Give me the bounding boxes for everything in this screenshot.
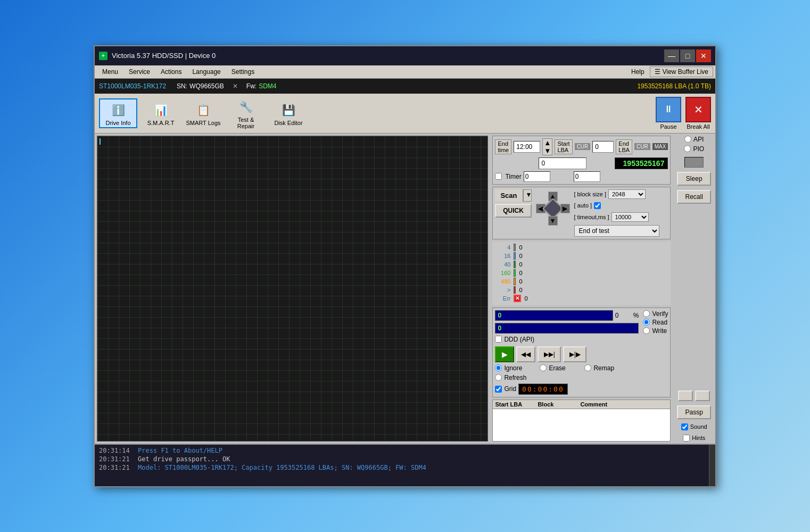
toolbar-drive-info[interactable]: ℹ️ Drive Info: [99, 98, 137, 128]
small-btn-2[interactable]: [695, 390, 710, 401]
read-radio[interactable]: [643, 319, 650, 326]
sound-checkbox[interactable]: [681, 423, 688, 430]
menu-item-actions[interactable]: Actions: [155, 67, 187, 77]
scan-button[interactable]: Scan: [495, 189, 523, 202]
end-of-test-select[interactable]: End of test: [574, 225, 659, 237]
results-table: Start LBA Block Comment: [492, 400, 671, 442]
ddd-checkbox[interactable]: [495, 336, 502, 343]
legend-bar-gt: [514, 286, 516, 294]
grid-checkbox[interactable]: [495, 386, 502, 393]
maximize-button[interactable]: □: [680, 49, 695, 62]
progress-bar-2: 0: [495, 323, 639, 334]
close-button[interactable]: ✕: [696, 49, 711, 62]
legend-time-16: 16: [494, 253, 510, 259]
end-button[interactable]: ▶|▶: [563, 346, 586, 362]
progress-row-2: 0: [495, 323, 639, 334]
api-radio[interactable]: [684, 136, 691, 143]
sn-value: WQ9665GB: [189, 82, 224, 90]
ignore-radio[interactable]: [495, 364, 502, 371]
pio-radio[interactable]: [684, 145, 691, 152]
remap-radio[interactable]: [584, 364, 591, 371]
results-body: [493, 409, 670, 441]
block-size-select[interactable]: 2048 1024 512: [608, 189, 646, 199]
pio-label: PIO: [693, 145, 704, 153]
diamond-control: ▲ ◀ ▶ ▼: [536, 192, 570, 226]
api-radio-row: API: [684, 136, 704, 143]
grid-label: Grid: [504, 385, 516, 393]
minimize-button[interactable]: —: [664, 49, 679, 62]
hints-row: Hints: [683, 435, 705, 442]
legend-val-160: 0: [519, 270, 530, 276]
menu-item-settings[interactable]: Settings: [226, 67, 260, 77]
timer-checkbox[interactable]: [495, 173, 502, 180]
cur-badge-1: CUR: [575, 143, 591, 150]
end-time-input[interactable]: [514, 141, 540, 153]
sn-label: SN:: [177, 82, 187, 90]
log-scrollbar[interactable]: [709, 445, 715, 486]
menu-item-language[interactable]: Language: [187, 67, 226, 77]
disk-editor-icon: 💾: [279, 101, 298, 120]
menu-item-menu[interactable]: Menu: [97, 67, 123, 77]
progress-bar-1: 0: [495, 310, 613, 321]
progress-text-1: 0: [498, 312, 501, 319]
quick-button[interactable]: QUICK: [495, 204, 531, 218]
menu-item-help[interactable]: Help: [626, 67, 650, 77]
fwd-to-end-button[interactable]: ▶▶|: [538, 346, 561, 362]
recall-button[interactable]: Recall: [677, 190, 711, 204]
erase-label: Erase: [549, 364, 565, 372]
auto-checkbox[interactable]: [594, 202, 601, 209]
max-badge: MAX: [652, 143, 668, 150]
cur-value-1[interactable]: [592, 141, 614, 153]
small-btn-1[interactable]: [678, 390, 693, 401]
toolbar-smart-logs[interactable]: 📋 SMART Logs: [184, 99, 222, 128]
toolbar-smart[interactable]: 📊 S.M.A.R.T: [142, 99, 180, 128]
diamond-down[interactable]: ▼: [548, 216, 558, 226]
right-sidebar: API PIO Sleep Recall Passp Sound: [673, 134, 715, 444]
erase-radio[interactable]: [540, 364, 547, 371]
hints-checkbox[interactable]: [683, 435, 690, 442]
view-buffer-button[interactable]: ☰ View Buffer Live: [650, 66, 713, 77]
diamond-right[interactable]: ▶: [560, 204, 570, 213]
timeout-select[interactable]: 10000 5000 20000: [611, 212, 649, 222]
erase-row: Erase: [540, 364, 582, 372]
menu-item-service[interactable]: Service: [123, 67, 155, 77]
pct-label: 0: [615, 312, 631, 319]
end-of-test-row: End of test: [574, 225, 659, 237]
legend-bar-40: [514, 261, 516, 268]
progress-options-row: 0 0 % 0 DDD (API): [495, 310, 668, 343]
drive-name: ST1000LM035-1RK172: [99, 82, 166, 90]
scan-buttons: Scan ▼ QUICK: [495, 189, 531, 218]
toolbar-test-repair[interactable]: 🔧 Test & Repair: [227, 96, 265, 131]
start-lba-input[interactable]: [539, 157, 586, 169]
pause-label: Pause: [660, 123, 676, 130]
break-all-button[interactable]: ✕: [685, 97, 711, 122]
refresh-radio[interactable]: [495, 374, 502, 381]
hints-label: Hints: [692, 435, 705, 441]
play-button[interactable]: ▶: [495, 346, 514, 362]
block-config: [ block size ] 2048 1024 512 [ auto ]: [574, 189, 659, 237]
verify-radio[interactable]: [643, 310, 650, 317]
fw-label: Fw:: [246, 82, 257, 90]
end-time-spinner[interactable]: ▲▼: [542, 138, 552, 155]
scan-dropdown[interactable]: ▼: [523, 189, 532, 202]
timer-input-2[interactable]: [574, 171, 600, 182]
back-button[interactable]: ◀◀: [516, 346, 535, 362]
legend-val-4: 0: [519, 244, 530, 251]
results-header: Start LBA Block Comment: [493, 400, 670, 409]
passp-button[interactable]: Passp: [677, 405, 711, 419]
auto-row: [ auto ]: [574, 202, 659, 209]
end-time-label: End time: [495, 139, 511, 154]
sleep-button[interactable]: Sleep: [677, 172, 711, 186]
write-radio[interactable]: [643, 327, 650, 334]
timeout-label: [ timeout,ms ]: [574, 214, 609, 220]
verify-radio-row: Verify: [643, 310, 668, 318]
log-msg-3: Model: ST1000LM035-1RK172; Capacity 1953…: [138, 464, 426, 471]
timer-input-1[interactable]: [524, 171, 550, 182]
pause-button[interactable]: ⏸: [656, 97, 681, 122]
progress-section: 0 0 % 0 DDD (API): [492, 307, 671, 397]
lba-info: 1953525168 LBA (1.0 TB): [637, 82, 711, 90]
ddd-row: DDD (API): [495, 336, 639, 343]
drive-close-icon[interactable]: ✕: [233, 82, 238, 90]
toolbar-disk-editor[interactable]: 💾 Disk Editor: [269, 99, 308, 128]
time-display: 00:00:00: [518, 384, 568, 395]
